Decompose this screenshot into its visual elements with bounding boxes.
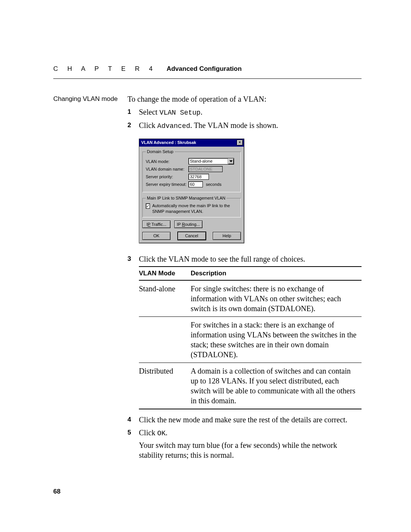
domain-name-field: STDALONE [188, 166, 223, 172]
text: Select [139, 108, 159, 116]
text: . The VLAN mode is shown. [190, 121, 278, 129]
row-vlan-mode: VLAN mode: Stand-alone [146, 158, 237, 165]
text: . [201, 108, 202, 116]
step-5-note: Your switch may turn blue (for a few sec… [139, 440, 362, 460]
auto-move-ip-checkbox-row: ✓ Automatically move the main IP link to… [146, 203, 237, 214]
step-number: 3 [127, 254, 139, 263]
text: . [166, 428, 167, 437]
server-priority-field[interactable]: 32768 [188, 174, 209, 180]
page-number: 68 [53, 487, 61, 496]
dialog-title: VLAN Advanced : Skrubsak [141, 140, 196, 145]
ip-link-group: Main IP Link to SNMP Management VLAN ✓ A… [142, 195, 241, 217]
chapter-label: C H A P T E R 4 [53, 65, 156, 72]
mode-name-cell: Stand-alone [139, 280, 191, 317]
mode-desc-cell: A domain is a collection of switches and… [191, 363, 362, 409]
ip-traffic-button[interactable]: IP Traffic... [142, 220, 170, 228]
main-column: To change the mode of operation of a VLA… [127, 94, 362, 460]
vlan-mode-select[interactable]: Stand-alone [188, 158, 234, 165]
row-server-priority: Server priority: 32768 [146, 174, 237, 180]
code-text: Advanced [157, 122, 190, 130]
mode-name-cell: Distributed [139, 363, 191, 409]
content-columns: Changing VLAN mode To change the mode of… [53, 94, 362, 460]
bottom-button-row: OK Cancel Help [142, 232, 241, 240]
label-expiry-timeout: Server expiry timeout: [146, 182, 188, 187]
expiry-timeout-field[interactable]: 60 [188, 181, 203, 187]
step-body: Click Advanced. The VLAN mode is shown. [139, 120, 362, 131]
step-number: 2 [127, 120, 139, 129]
step-body: Select VLAN Setup. [139, 107, 362, 117]
table-row: Distributed A domain is a collection of … [139, 363, 362, 409]
running-head: C H A P T E R 4 Advanced Configuration [53, 65, 362, 79]
step-4: 4 Click the new mode and make sure the r… [127, 415, 362, 425]
dialog-body: Domain Setup VLAN mode: Stand-alone VLAN… [139, 147, 244, 243]
page: C H A P T E R 4 Advanced Configuration C… [0, 0, 411, 532]
close-icon[interactable]: × [237, 140, 243, 145]
text: Click [139, 428, 157, 437]
intro-text: To change the mode of operation of a VLA… [127, 94, 362, 104]
step-1: 1 Select VLAN Setup. [127, 107, 362, 117]
table-row: For switches in a stack: there is an exc… [139, 316, 362, 363]
step-body: Click the new mode and make sure the res… [139, 415, 362, 425]
side-heading: Changing VLAN mode [53, 94, 127, 103]
chapter-title: Advanced Configuration [167, 65, 242, 72]
step-number: 1 [127, 107, 139, 116]
code-text: VLAN Setup [159, 109, 201, 117]
auto-move-ip-checkbox[interactable]: ✓ [146, 203, 150, 209]
dialog-figure: VLAN Advanced : Skrubsak × Domain Setup … [139, 139, 362, 243]
label-domain-name: VLAN domain name: [146, 166, 188, 172]
text: Click the VLAN mode to see the full rang… [139, 255, 305, 263]
label-vlan-mode: VLAN mode: [146, 159, 188, 164]
cancel-button[interactable]: Cancel [178, 232, 206, 240]
unit-seconds: seconds [206, 182, 221, 187]
step-list: 1 Select VLAN Setup. 2 Click Advanced. T… [127, 107, 362, 131]
step-list-continued: 3 Click the VLAN mode to see the full ra… [127, 254, 362, 438]
row-domain-name: VLAN domain name: STDALONE [146, 166, 237, 172]
ip-routing-button[interactable]: IP Routing... [174, 220, 202, 228]
mode-desc-cell: For switches in a stack: there is an exc… [191, 316, 362, 363]
group-legend: Main IP Link to SNMP Management VLAN [146, 195, 226, 201]
step-2: 2 Click Advanced. The VLAN mode is shown… [127, 120, 362, 131]
vlan-mode-table: VLAN Mode Description Stand-alone For si… [139, 266, 362, 409]
step-number: 5 [127, 428, 139, 437]
mode-desc-cell: For single switches: there is no exchang… [191, 280, 362, 317]
step-number: 4 [127, 415, 139, 424]
domain-setup-group: Domain Setup VLAN mode: Stand-alone VLAN… [142, 149, 241, 192]
mode-name-cell [139, 316, 191, 363]
ok-button[interactable]: OK [142, 232, 170, 240]
step-body: Click the VLAN mode to see the full rang… [139, 254, 362, 409]
vlan-advanced-dialog: VLAN Advanced : Skrubsak × Domain Setup … [139, 139, 244, 243]
chevron-down-icon[interactable] [228, 158, 234, 164]
middle-button-row: IP Traffic... IP Routing... [142, 220, 241, 228]
code-text: OK [157, 430, 166, 437]
auto-move-ip-label: Automatically move the main IP link to t… [152, 203, 237, 214]
row-expiry-timeout: Server expiry timeout: 60 seconds [146, 181, 237, 187]
dialog-titlebar[interactable]: VLAN Advanced : Skrubsak × [139, 139, 244, 147]
col-header-mode: VLAN Mode [139, 267, 191, 280]
help-button[interactable]: Help [213, 232, 241, 240]
vlan-mode-value: Stand-alone [189, 158, 228, 164]
col-header-desc: Description [191, 267, 362, 280]
table-header-row: VLAN Mode Description [139, 267, 362, 280]
text: Click [139, 121, 157, 129]
step-5: 5 Click OK. [127, 428, 362, 438]
step-3: 3 Click the VLAN mode to see the full ra… [127, 254, 362, 409]
table-row: Stand-alone For single switches: there i… [139, 280, 362, 317]
step-body: Click OK. [139, 428, 362, 438]
label-server-priority: Server priority: [146, 174, 188, 179]
group-legend: Domain Setup [146, 149, 175, 154]
